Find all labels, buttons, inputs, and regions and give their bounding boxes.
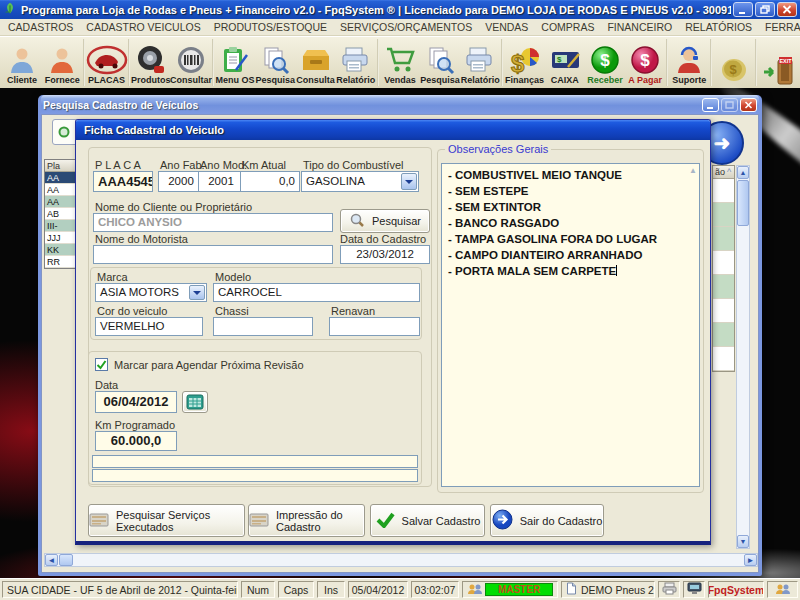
grid-row[interactable]: AA (45, 196, 75, 208)
calendar-button[interactable] (182, 391, 208, 413)
toolbar-button-placas[interactable]: PLACAS (86, 38, 126, 87)
marca-select[interactable]: ASIA MOTORS (95, 283, 207, 302)
toolbar-button-pesquisa-os[interactable]: Pesquisa (255, 38, 295, 87)
search-window-title: Pesquisa Cadastro de Veículos (43, 99, 700, 111)
km-programado-field[interactable]: 60.000,0 (95, 431, 177, 451)
menu-financeiro[interactable]: FINANCEIRO (607, 21, 672, 33)
ano-mod-field[interactable]: 2001 (198, 171, 244, 192)
menu-cadastros[interactable]: CADASTROS (8, 21, 73, 33)
salvar-cadastro-button[interactable]: Salvar Cadastro (370, 504, 485, 537)
grid-row[interactable]: AB (45, 208, 75, 220)
app-logo-icon (3, 1, 17, 19)
agendar-revisao-checkbox[interactable] (95, 358, 108, 371)
placa-result-grid[interactable]: Pla AA AA AA AB III- JJJ KK RR (44, 159, 76, 269)
tire-icon (136, 44, 166, 75)
users-icon (775, 583, 790, 597)
grid-row[interactable]: KK (45, 244, 75, 256)
scroll-left-icon[interactable]: ◄ (45, 554, 58, 566)
toolbar-button-produtos[interactable]: Produtos (131, 38, 171, 87)
chassi-label: Chassi (215, 305, 249, 317)
data-cadastro-field[interactable]: 23/03/2012 (340, 245, 430, 264)
vertical-scroll-thumb[interactable] (737, 180, 749, 226)
toolbar-button-cliente[interactable]: Cliente (2, 38, 42, 87)
status-computer-panel[interactable] (683, 581, 705, 598)
toolbar-separator (666, 39, 668, 86)
grid-row[interactable]: AA (45, 184, 75, 196)
observacoes-textarea[interactable]: - COMBUSTIVEL MEIO TANQUE - SEM ESTEPE -… (441, 163, 700, 487)
chevron-down-icon[interactable] (189, 285, 205, 300)
toolbar-button-sair-sistema[interactable]: EXIT (758, 38, 798, 87)
monitor-icon (687, 582, 702, 597)
search-minimize-button[interactable] (702, 98, 719, 112)
revisao-data-field[interactable]: 06/04/2012 (95, 391, 177, 413)
cor-field[interactable]: VERMELHO (95, 317, 203, 336)
scroll-down-icon[interactable]: ▼ (737, 535, 749, 548)
grid-row[interactable]: III- (45, 220, 75, 232)
km-atual-field[interactable]: 0,0 (240, 171, 300, 192)
menu-cadastro-veiculos[interactable]: CADASTRO VEICULOS (86, 21, 200, 33)
barcode-icon (176, 44, 206, 75)
revisao-data-label: Data (95, 379, 118, 391)
search-docs-icon (260, 44, 290, 75)
toolbar-button-receber[interactable]: $ Receber (585, 38, 625, 87)
toolbar: Cliente Fornece PLACAS Produtos Consulta… (0, 36, 800, 88)
motorista-field[interactable] (93, 245, 333, 264)
toolbar-button-vendas[interactable]: Vendas (380, 38, 420, 87)
status-printer-panel[interactable] (658, 581, 680, 598)
extra-field-1[interactable] (92, 455, 418, 468)
extra-field-2[interactable] (92, 469, 418, 482)
status-location: SUA CIDADE - UF 5 de Abril de 2012 - Qui… (2, 581, 238, 598)
toolbar-button-fornecedor[interactable]: Fornece (42, 38, 82, 87)
modelo-field[interactable]: CARROCEL (213, 283, 420, 302)
combustivel-select[interactable]: GASOLINA (301, 171, 419, 192)
scroll-up-icon[interactable]: ▲ (689, 166, 697, 175)
menu-vendas[interactable]: VENDAS (485, 21, 528, 33)
menu-produtos-estoque[interactable]: PRODUTOS/ESTOQUE (214, 21, 327, 33)
menu-servicos-orcamentos[interactable]: SERVIÇOS/ORÇAMENTOS (340, 21, 472, 33)
toolbar-button-menu-os[interactable]: Menu OS (215, 38, 255, 87)
menu-relatorios[interactable]: RELATÓRIOS (685, 21, 752, 33)
toolbar-button-relatorio-vendas[interactable]: Relatório (460, 38, 500, 87)
search-maximize-button[interactable] (721, 98, 738, 112)
scroll-right-icon[interactable]: ► (744, 554, 757, 566)
toolbar-button-financas[interactable]: $ Finanças (504, 38, 544, 87)
menu-ferramentas[interactable]: FERRAMENTAS (765, 21, 800, 33)
pesquisar-servicos-button[interactable]: Pesquisar Serviços Executados (88, 504, 245, 537)
chevron-down-icon[interactable] (401, 173, 417, 190)
toolbar-button-a-pagar[interactable]: $ A Pagar (625, 38, 665, 87)
cliente-field[interactable]: CHICO ANYSIO (93, 213, 333, 232)
minimize-button[interactable] (733, 2, 753, 17)
vertical-scrollbar[interactable]: ▲ ▼ (736, 165, 750, 549)
scroll-up-icon[interactable]: ▲ (737, 166, 749, 179)
grid-row[interactable]: RR (45, 256, 75, 268)
close-button[interactable] (777, 2, 797, 17)
toolbar-button-pesquisa-vendas[interactable]: Pesquisa (420, 38, 460, 87)
motorista-label: Nome do Motorista (95, 233, 188, 245)
toolbar-button-consultar[interactable]: Consultar (171, 38, 211, 87)
ano-fab-label: Ano Fab. (160, 159, 205, 171)
status-num-lock: Num (241, 581, 275, 598)
placa-field[interactable]: AAA4545 (93, 171, 153, 192)
svg-text:$: $ (729, 62, 737, 77)
sair-cadastro-button[interactable]: Sair do Cadastro (490, 504, 604, 537)
svg-text:EXIT: EXIT (779, 58, 792, 64)
horizontal-scroll-thumb[interactable] (59, 554, 73, 566)
red-dollar-icon: $ (630, 44, 660, 75)
checkbook-icon: $ (548, 44, 582, 75)
menu-compras[interactable]: COMPRAS (541, 21, 594, 33)
observacao-line: - PORTA MALA SEM CARPETE (448, 263, 693, 279)
toolbar-separator (710, 39, 712, 86)
chassi-field[interactable] (213, 317, 313, 336)
pesquisar-cliente-button[interactable]: Pesquisar (340, 209, 430, 233)
toolbar-button-consulta-os[interactable]: Consulta (295, 38, 335, 87)
toolbar-button-suporte[interactable]: Suporte (669, 38, 709, 87)
impressao-cadastro-button[interactable]: Impressão do Cadastro (248, 504, 365, 537)
toolbar-button-relatorio-os[interactable]: Relatório (336, 38, 376, 87)
toolbar-button-caixa[interactable]: $ CAIXA (545, 38, 585, 87)
horizontal-scrollbar[interactable]: ◄ ► (44, 553, 758, 567)
restore-button[interactable] (755, 2, 775, 17)
renavan-field[interactable] (329, 317, 420, 336)
grid-row[interactable]: AA (45, 172, 75, 184)
grid-row[interactable]: JJJ (45, 232, 75, 244)
search-close-button[interactable] (740, 98, 757, 112)
